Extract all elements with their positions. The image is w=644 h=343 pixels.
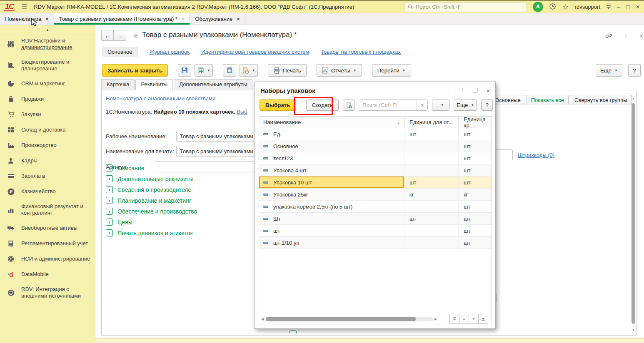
table-row[interactable]: Основное шт [259, 140, 492, 152]
barcodes-link[interactable]: Штрихкоды (0) [518, 152, 554, 158]
table-row[interactable]: Ед. шт шт [259, 128, 492, 140]
show-all-button[interactable]: Показать все [527, 95, 569, 105]
close-form-icon[interactable]: × [639, 32, 643, 41]
table-row[interactable]: упаковка кормов 2,5кг (по 5 шт) шт [259, 201, 492, 213]
scroll-right-icon[interactable]: ▶ [432, 317, 439, 321]
table-row[interactable]: шт шт [259, 225, 492, 237]
help-button[interactable]: ? [628, 64, 641, 77]
nav-link-marketplaces[interactable]: Товары на торговых площадках [321, 49, 401, 55]
tab-dop-atributy[interactable]: Дополнительные атрибуты [174, 79, 252, 90]
sidebar-item-treasury[interactable]: Р Казначейство [0, 185, 95, 198]
create-button[interactable]: Создать [306, 99, 339, 111]
dialog-more-dots-icon[interactable]: ⋮ [459, 87, 465, 93]
table-row[interactable]: Упакова 4 шт шт [259, 164, 492, 176]
goto-button[interactable]: Перейти▼ [372, 64, 411, 77]
tab-obsluzhivanie[interactable]: Обслуживание × [190, 13, 245, 25]
section-obespechenie[interactable]: ›Обеспечение и производство [106, 208, 197, 215]
select-button[interactable]: Выбрать [260, 99, 296, 111]
more-button[interactable]: Еще▼ [596, 64, 622, 77]
scroll-left-icon[interactable]: ◀ [259, 317, 266, 321]
dialog-maximize-icon[interactable] [473, 88, 477, 92]
hscroll-track[interactable] [266, 317, 432, 321]
clear-search-icon[interactable]: ✕ [417, 100, 427, 110]
column-unit-reports[interactable]: Единица для от... [404, 117, 458, 128]
global-search[interactable] [404, 2, 527, 12]
show-found-link[interactable]: Выб [237, 109, 247, 115]
table-row[interactable]: Шт шт шт [259, 213, 492, 225]
print-button[interactable]: Печать [268, 64, 307, 77]
section-tseny[interactable]: ›Цены [106, 219, 197, 226]
go-last-button[interactable] [478, 314, 488, 324]
nav-link-external-ids[interactable]: Идентификаторы товаров внешних систем [201, 49, 309, 55]
create-based-on-button[interactable]: ▼ [195, 64, 213, 77]
section-pechat-tsennikov[interactable]: ›Печать ценников и этикеток [106, 229, 197, 236]
sidebar-item-salary[interactable]: Зарплата [0, 170, 95, 182]
sidebar-item-rdv-settings[interactable]: RDV:Настройки и администрирование [0, 35, 95, 53]
copy-button[interactable] [343, 99, 354, 111]
nav-main-chip[interactable]: Основное [102, 47, 138, 57]
similar-nomenclature-link[interactable]: Номенклатура с аналогичными свойствами [106, 95, 215, 102]
favorite-star-icon[interactable]: ★ [132, 31, 140, 41]
tab-close-icon[interactable]: × [45, 16, 49, 22]
go-down-button[interactable]: ▼ [469, 314, 479, 324]
save-close-button[interactable]: Записать и закрыть [102, 64, 168, 77]
table-row-selected[interactable]: Упаковка 10 шт шт шт [259, 176, 492, 189]
sidebar-item-nsi-admin[interactable]: НСИ и администрирование [0, 253, 95, 265]
forward-button[interactable]: → [114, 30, 126, 41]
sidebar-item-crm[interactable]: CRM и маркетинг [0, 77, 95, 90]
sidebar-item-warehouse[interactable]: Склад и доставка [0, 124, 95, 136]
history-icon[interactable] [549, 3, 556, 11]
tab-tovar-active[interactable]: Товар с разными упаковками (Номенклатура… [54, 13, 190, 25]
column-unit-storage[interactable]: Единица хр... [458, 117, 492, 128]
column-name[interactable]: Наименование↓ [259, 117, 404, 128]
search-options-button[interactable]: ▼ [432, 99, 449, 111]
section-proizvoditel[interactable]: ›Сведения о производителе [106, 186, 197, 193]
section-dop-rekvizity[interactable]: ›Дополнительные реквизиты [106, 175, 197, 182]
sidebar-item-rdv-integration[interactable]: RDV: Интеграция с внешними источниками [0, 283, 95, 302]
table-row[interactable]: шт 1/10 уп шт [259, 237, 492, 249]
close-button[interactable]: × [636, 3, 640, 10]
reports-button[interactable]: Отчеты▼ [317, 64, 362, 77]
maximize-button[interactable]: □ [626, 4, 630, 10]
sidebar-item-hr[interactable]: Кадры [0, 154, 95, 167]
current-user[interactable]: rdvsupport [575, 4, 600, 10]
nav-link-error-log[interactable]: Журнал ошибок [150, 49, 190, 55]
table-row[interactable]: тест123 шт [259, 152, 492, 164]
dialog-close-icon[interactable]: × [486, 87, 490, 95]
dialog-more-button[interactable]: Еще▼ [454, 99, 477, 111]
dialog-search[interactable]: ✕ [359, 99, 428, 111]
tab-kartochka[interactable]: Карточка [101, 79, 135, 90]
sidebar-item-production[interactable]: Производство [0, 139, 95, 152]
tab-nomenklatura[interactable]: Номенклатура × [0, 13, 54, 25]
sidebar-item-sales[interactable]: Продажи [0, 93, 95, 105]
section-planirovanie[interactable]: ›Планирование и маркетинг [106, 197, 197, 204]
sidebar-item-purchases[interactable]: Закупки [0, 108, 95, 121]
section-opisanie[interactable]: ›Описание [106, 164, 197, 172]
global-search-input[interactable] [416, 4, 524, 10]
vertical-scrollbar[interactable]: ▲ ▼ [631, 96, 636, 332]
tab-close-icon[interactable]: × [237, 16, 240, 22]
notifications-icon[interactable] [533, 2, 543, 12]
go-up-button[interactable]: ▲ [459, 314, 469, 324]
go-first-button[interactable] [449, 314, 459, 324]
main-menu-icon[interactable]: ☰ [19, 3, 30, 11]
dialog-search-input[interactable] [359, 102, 417, 108]
favorites-star-icon[interactable]: ☆ [562, 3, 569, 11]
collapse-groups-button[interactable]: Свернуть все группы [570, 95, 632, 105]
minimize-button[interactable]: – [617, 4, 620, 10]
scroll-down-icon[interactable]: ▼ [631, 327, 636, 332]
sidebar-collapse-button[interactable]: ▲ [0, 25, 95, 35]
tab-rekvizity[interactable]: Реквизиты [135, 79, 173, 90]
tasks-button[interactable]: ▼ [240, 64, 258, 77]
sidebar-item-regulated[interactable]: Регламентированный учет [0, 237, 95, 250]
sidebar-item-finresult[interactable]: Финансовый результат и контроллинг [0, 201, 95, 219]
link-icon[interactable] [605, 32, 612, 41]
structure-button[interactable] [223, 64, 236, 77]
tab-close-icon[interactable]: × [182, 16, 185, 22]
back-button[interactable]: ← [101, 30, 114, 41]
sidebar-item-datamobile[interactable]: d DataMobile [0, 268, 95, 281]
hscroll-thumb[interactable] [266, 317, 416, 321]
sidebar-item-assets[interactable]: Внеоборотные активы [0, 222, 95, 234]
table-row[interactable]: Упаковка 25кг кг кг [259, 189, 492, 201]
save-button[interactable] [178, 64, 191, 77]
